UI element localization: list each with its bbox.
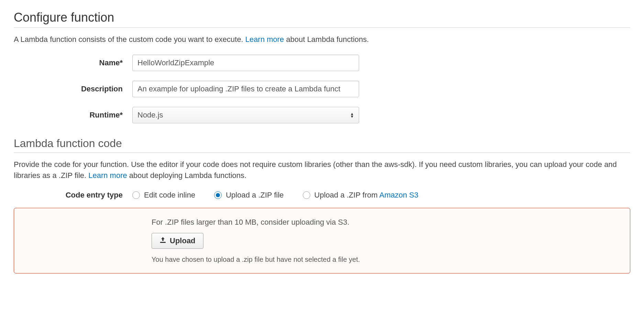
radio-label: Upload a .ZIP from Amazon S3 [314, 191, 419, 200]
svg-rect-0 [160, 242, 166, 243]
divider [14, 153, 630, 153]
configure-function-heading: Configure function [14, 10, 630, 25]
runtime-select[interactable]: Node.js ▲▼ [132, 107, 359, 123]
lambda-code-heading: Lambda function code [14, 137, 630, 150]
code-intro: Provide the code for your function. Use … [14, 159, 630, 181]
intro-text: A Lambda function consists of the custom… [14, 35, 245, 44]
radio-edit-inline[interactable]: Edit code inline [132, 191, 195, 200]
code-entry-type-label: Code entry type [14, 191, 132, 200]
description-label: Description [14, 85, 132, 93]
radio-label: Edit code inline [144, 191, 195, 200]
divider [14, 27, 630, 28]
runtime-selected-value: Node.js [137, 111, 163, 120]
name-input[interactable] [132, 55, 359, 71]
select-arrows-icon: ▲▼ [350, 112, 354, 118]
configure-intro: A Lambda function consists of the custom… [14, 34, 630, 45]
upload-hint-text: For .ZIP files larger than 10 MB, consid… [152, 218, 616, 227]
upload-button[interactable]: Upload [152, 233, 203, 249]
radio-icon [214, 191, 222, 199]
runtime-label: Runtime* [14, 111, 132, 120]
radio-label: Upload a .ZIP file [226, 191, 284, 200]
amazon-s3-link[interactable]: Amazon S3 [379, 191, 419, 199]
description-input[interactable] [132, 81, 359, 97]
radio-icon [132, 191, 140, 199]
upload-button-label: Upload [170, 236, 196, 245]
radio-s3-prefix: Upload a .ZIP from [314, 191, 379, 199]
code-intro-suffix: about deploying Lambda functions. [127, 171, 246, 180]
radio-icon [303, 191, 310, 199]
upload-status-text: You have chosen to upload a .zip file bu… [152, 256, 616, 264]
upload-icon [159, 236, 166, 245]
intro-text-suffix: about Lambda functions. [284, 35, 369, 44]
radio-upload-zip[interactable]: Upload a .ZIP file [214, 191, 284, 200]
learn-more-deploy-link[interactable]: Learn more [88, 171, 127, 180]
radio-upload-s3[interactable]: Upload a .ZIP from Amazon S3 [303, 191, 419, 200]
name-label: Name* [14, 58, 132, 67]
upload-error-panel: For .ZIP files larger than 10 MB, consid… [14, 208, 630, 273]
learn-more-link[interactable]: Learn more [245, 35, 284, 44]
